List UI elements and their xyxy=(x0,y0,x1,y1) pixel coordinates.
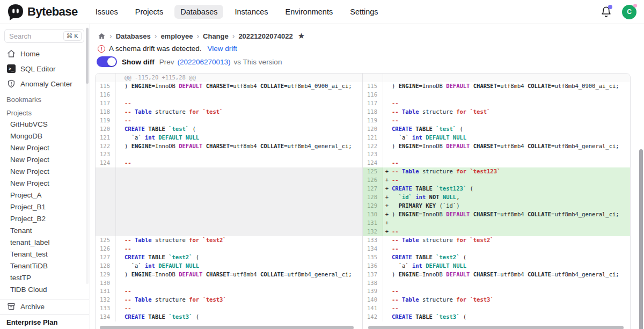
sidebar-item-label: Home xyxy=(20,50,40,58)
code-line: CREATE TABLE `test` ( xyxy=(123,125,196,134)
code-line: -- Table structure for `test3` xyxy=(391,296,494,304)
prev-label: Prev xyxy=(159,58,174,66)
code-line: @@ -115,20 +115,28 @@ xyxy=(123,74,196,82)
sidebar-project-item[interactable]: New Project xyxy=(0,165,90,177)
line-number: 118 xyxy=(96,108,116,116)
search-input[interactable]: Search ⌘ K xyxy=(4,29,84,43)
nav-item-issues[interactable]: Issues xyxy=(90,5,124,19)
nav-item-settings[interactable]: Settings xyxy=(344,5,384,19)
diff-row: 131-- xyxy=(96,287,362,296)
sidebar-project-item[interactable]: Project_B2 xyxy=(0,213,90,224)
nav-item-environments[interactable]: Environments xyxy=(280,5,339,19)
window-vertical-scrollbar[interactable] xyxy=(639,149,643,329)
bookmark-star-icon[interactable]: ★ xyxy=(298,31,305,41)
code-line: PRIMARY KEY (`id`) xyxy=(391,202,459,210)
prev-version-link[interactable]: (202206270013) xyxy=(178,58,231,66)
sidebar-project-item[interactable]: Tenant xyxy=(0,224,90,236)
diff-row: 118-- Table structure for `test` xyxy=(96,108,362,116)
sidebar-project-item[interactable]: testTP xyxy=(0,272,90,283)
diff-row: 116 xyxy=(96,91,362,99)
sidebar-project-item[interactable]: Project_A xyxy=(0,189,90,201)
diff-row xyxy=(96,193,362,202)
horizontal-scrollbar-right[interactable] xyxy=(368,326,624,329)
sidebar-project-item[interactable]: Project_B1 xyxy=(0,201,90,213)
breadcrumb-home-icon[interactable] xyxy=(98,32,106,40)
code-line: -- xyxy=(123,159,131,167)
sidebar-project-item[interactable]: New Project xyxy=(0,153,90,165)
line-number xyxy=(96,193,116,202)
breadcrumb-item[interactable]: employee xyxy=(160,32,193,40)
sidebar-project-item[interactable]: TiDB Cloud xyxy=(0,283,90,295)
sidebar-project-item[interactable]: MongoDB xyxy=(0,130,90,142)
sidebar-project-item[interactable]: tenant_label xyxy=(0,236,90,248)
diff-row: 123 xyxy=(363,150,630,159)
diff-row: 131+ xyxy=(363,219,630,228)
diff-marker: + xyxy=(383,193,391,202)
breadcrumb-item[interactable]: Change xyxy=(203,32,229,40)
terminal-icon: >_ xyxy=(7,64,16,73)
nav-item-databases[interactable]: Databases xyxy=(174,5,223,19)
sidebar-project-item[interactable]: GitHubVCS xyxy=(0,118,90,130)
code-line: -- xyxy=(391,228,399,236)
diff-row xyxy=(96,202,362,210)
diff-row: 134CREATE TABLE `test3` ( xyxy=(96,313,362,321)
line-number: 122 xyxy=(96,142,116,151)
show-diff-toggle[interactable] xyxy=(97,56,117,67)
sidebar-item-archive[interactable]: Archive xyxy=(0,299,89,314)
diff-marker: + xyxy=(383,219,391,228)
line-number: 121 xyxy=(96,134,116,142)
diff-row: 142CREATE TABLE `test3` ( xyxy=(363,313,630,321)
view-drift-link[interactable]: View drift xyxy=(208,45,237,53)
diff-marker: + xyxy=(383,167,391,176)
chevron-right-icon: › xyxy=(232,32,235,40)
diff-marker: + xyxy=(383,210,391,219)
line-number: 117 xyxy=(363,99,383,108)
sidebar-project-item[interactable]: New Project xyxy=(0,142,90,153)
sidebar-item-home[interactable]: Home xyxy=(0,46,90,61)
code-line: -- Table structure for `test` xyxy=(123,108,223,116)
sidebar-project-item[interactable]: TenantTiDB xyxy=(0,260,90,272)
vs-label: vs This version xyxy=(234,58,282,66)
code-line: CREATE TABLE `test3` ( xyxy=(123,313,199,321)
line-number: 128 xyxy=(96,262,116,270)
code-line: -- xyxy=(391,245,399,253)
sidebar-project-item[interactable]: New Project xyxy=(0,177,90,189)
plan-badge: Enterprise Plan xyxy=(0,315,89,329)
avatar-initial: C xyxy=(627,8,632,16)
horizontal-scrollbar-left[interactable] xyxy=(100,326,354,329)
code-line: ) ENGINE=InnoDB DEFAULT CHARSET=utf8mb4 … xyxy=(123,82,352,91)
chevron-right-icon: › xyxy=(109,32,112,40)
line-number xyxy=(96,228,116,236)
code-line: -- xyxy=(391,116,399,125)
avatar-status-dot xyxy=(633,4,637,8)
code-line: -- xyxy=(391,287,399,296)
line-number xyxy=(96,167,116,176)
diff-row: 124-- xyxy=(96,159,362,167)
breadcrumb-item[interactable]: 20221202074022 xyxy=(238,32,292,40)
line-number: 120 xyxy=(363,125,383,134)
line-number: 115 xyxy=(363,82,383,91)
chevron-right-icon: › xyxy=(196,32,199,40)
notification-bell-icon[interactable] xyxy=(601,6,612,18)
line-number xyxy=(96,210,116,219)
bytebase-logo[interactable]: Bytebase xyxy=(8,4,78,20)
code-line: -- xyxy=(391,99,399,108)
code-line: `id` int NOT NULL, xyxy=(391,193,460,202)
code-line: `a` int DEFAULT NULL xyxy=(123,134,199,142)
line-number: 119 xyxy=(96,116,116,125)
sidebar-scrollbar-thumb[interactable] xyxy=(86,28,89,84)
nav-item-instances[interactable]: Instances xyxy=(229,5,274,19)
diff-row: 115) ENGINE=InnoDB DEFAULT CHARSET=utf8m… xyxy=(96,82,362,91)
sidebar-project-item[interactable]: Tenant_test xyxy=(0,248,90,260)
sidebar-item-sql-editor[interactable]: >_ SQL Editor xyxy=(0,61,90,76)
breadcrumb-item[interactable]: Databases xyxy=(116,32,151,40)
diff-pane-current: 115) ENGINE=InnoDB DEFAULT CHARSET=utf8m… xyxy=(363,74,630,329)
line-number xyxy=(363,74,383,82)
nav-item-projects[interactable]: Projects xyxy=(129,5,169,19)
diff-row: 115) ENGINE=InnoDB DEFAULT CHARSET=utf8m… xyxy=(363,82,630,91)
topnav-right: C xyxy=(601,5,636,19)
sidebar-item-anomaly-center[interactable]: Anomaly Center xyxy=(0,76,90,91)
line-number: 140 xyxy=(363,296,383,304)
top-nav: Bytebase IssuesProjectsDatabasesInstance… xyxy=(0,0,644,24)
avatar[interactable]: C xyxy=(622,5,636,19)
